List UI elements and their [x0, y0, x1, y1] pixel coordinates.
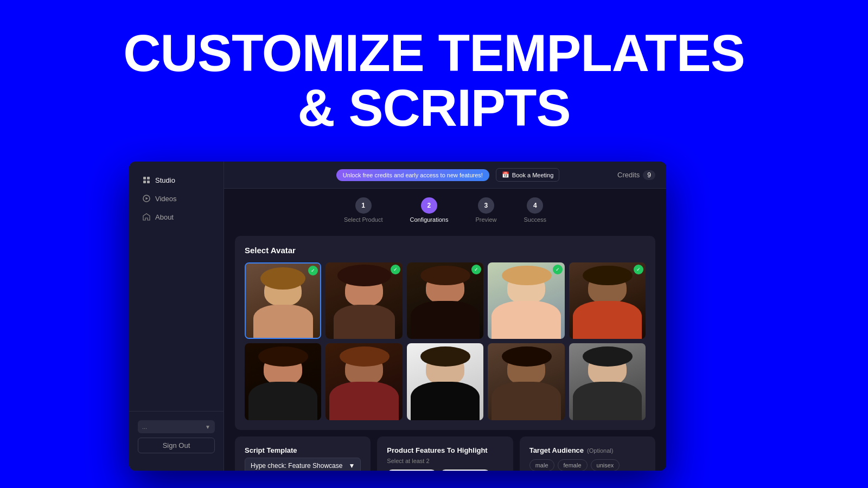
avatar-5-badge: ✓: [634, 265, 643, 274]
avatar-10[interactable]: [569, 343, 646, 420]
sidebar-dropdown[interactable]: ... ▼: [138, 420, 215, 433]
tag-unisex[interactable]: unisex: [591, 459, 620, 471]
avatar-10-image: [569, 343, 646, 420]
target-audience-header: Target Audience (Optional): [529, 446, 646, 459]
dropdown-arrow-icon: ▼: [348, 462, 355, 470]
avatar-8-image: [407, 343, 483, 420]
avatar-2-badge: ✓: [391, 265, 400, 274]
step-3-circle: 3: [478, 197, 494, 214]
bottom-row: Script Template Hype check: Feature Show…: [235, 436, 655, 471]
app-window: Studio Videos About: [129, 162, 666, 471]
script-template-value: Hype check: Feature Showcase: [251, 462, 342, 470]
step-4[interactable]: 4 Success: [524, 197, 547, 223]
main-content: Unlock free credits and early access to …: [224, 162, 666, 471]
target-audience-card: Target Audience (Optional) male female u…: [520, 436, 655, 471]
avatar-4[interactable]: ✓: [488, 262, 564, 339]
sidebar-item-videos[interactable]: Videos: [133, 190, 219, 207]
credits-label: Credits: [617, 171, 640, 179]
avatar-9-image: [488, 343, 564, 420]
steps-bar: 1 Select Product 2 Configurations 3 Prev…: [224, 189, 666, 227]
product-features-tags: Custom Shop 1960 Les Paul Bourbon Burst …: [387, 470, 503, 471]
credits-count: 9: [643, 170, 655, 180]
avatar-7-image: [326, 343, 402, 420]
step-4-label: Success: [524, 216, 547, 223]
avatar-5[interactable]: ✓: [569, 262, 646, 339]
step-2-circle: 2: [421, 197, 437, 214]
credits-badge: Credits 9: [617, 170, 655, 180]
product-features-title: Product Features To Highlight: [387, 446, 503, 454]
target-audience-tags: male female unisex < 25 25-50 50 +: [529, 459, 646, 471]
target-audience-subtitle: (Optional): [587, 447, 613, 454]
videos-label: Videos: [155, 195, 177, 203]
avatar-4-image: [488, 262, 564, 339]
step-1-number: 1: [361, 202, 365, 209]
avatar-7[interactable]: [326, 343, 402, 420]
step-3-number: 3: [484, 202, 488, 209]
top-bar-center: Unlock free credits and early access to …: [336, 168, 559, 182]
avatar-3[interactable]: ✓: [407, 262, 483, 339]
top-bar: Unlock free credits and early access to …: [224, 162, 666, 189]
studio-icon: [142, 176, 151, 184]
script-template-title: Script Template: [245, 446, 361, 454]
target-audience-title: Target Audience: [529, 446, 584, 454]
book-meeting-label: Book a Meeting: [512, 172, 553, 178]
avatar-4-badge: ✓: [553, 265, 563, 274]
avatar-1-image: [246, 264, 320, 338]
script-template-card: Script Template Hype check: Feature Show…: [235, 436, 371, 471]
avatar-8[interactable]: [407, 343, 483, 420]
avatar-5-image: [569, 262, 646, 339]
svg-rect-0: [143, 177, 146, 179]
promo-banner: Unlock free credits and early access to …: [336, 169, 489, 181]
script-template-dropdown[interactable]: Hype check: Feature Showcase ▼: [245, 458, 361, 471]
step-3-label: Preview: [475, 216, 496, 223]
avatar-9[interactable]: [488, 343, 564, 420]
svg-rect-2: [143, 181, 146, 183]
step-1-label: Select Product: [344, 216, 383, 223]
avatar-2-image: [326, 262, 402, 339]
step-4-circle: 4: [527, 197, 543, 214]
select-avatar-card: Select Avatar ✓: [235, 236, 655, 430]
sidebar-bottom: ... ▼ Sign Out: [129, 411, 224, 462]
svg-rect-3: [147, 181, 150, 183]
about-label: About: [155, 213, 174, 221]
tag-male[interactable]: male: [529, 459, 554, 471]
hero-title: CUSTOMIZE TEMPLATES & SCRIPTS: [0, 0, 868, 136]
sidebar: Studio Videos About: [129, 162, 224, 471]
step-2-label: Configurations: [410, 216, 448, 223]
step-3[interactable]: 3 Preview: [475, 197, 496, 223]
dropdown-chevron-icon: ▼: [205, 424, 210, 430]
about-icon: [142, 213, 151, 221]
studio-label: Studio: [155, 176, 175, 184]
content-area: Select Avatar ✓: [224, 227, 666, 471]
videos-icon: [142, 194, 151, 203]
avatar-1[interactable]: ✓: [245, 262, 321, 339]
avatar-6-image: [245, 343, 321, 420]
step-1-circle: 1: [355, 197, 372, 214]
svg-marker-5: [146, 197, 149, 200]
step-2-number: 2: [427, 202, 431, 209]
tag-custom-shop[interactable]: Custom Shop: [387, 470, 437, 471]
dropdown-placeholder: ...: [142, 423, 147, 430]
avatar-grid: ✓ ✓: [245, 262, 646, 420]
svg-rect-1: [147, 177, 150, 179]
product-features-card: Product Features To Highlight Select at …: [377, 436, 513, 471]
avatar-3-image: [407, 262, 483, 339]
sidebar-nav: Studio Videos About: [129, 170, 224, 407]
tag-female[interactable]: female: [558, 459, 588, 471]
select-avatar-title: Select Avatar: [245, 246, 646, 255]
sidebar-item-about[interactable]: About: [133, 208, 219, 226]
calendar-icon: 📅: [502, 171, 509, 178]
avatar-6[interactable]: [245, 343, 321, 420]
avatar-2[interactable]: ✓: [326, 262, 402, 339]
step-2[interactable]: 2 Configurations: [410, 197, 448, 223]
sign-out-button[interactable]: Sign Out: [138, 438, 215, 453]
book-meeting-button[interactable]: 📅 Book a Meeting: [496, 168, 559, 182]
step-4-number: 4: [533, 202, 537, 209]
step-1[interactable]: 1 Select Product: [344, 197, 383, 223]
sidebar-item-studio[interactable]: Studio: [133, 171, 219, 189]
tag-1960-les-paul[interactable]: 1960 Les Paul: [440, 470, 490, 471]
product-features-subtitle: Select at least 2: [387, 458, 503, 464]
